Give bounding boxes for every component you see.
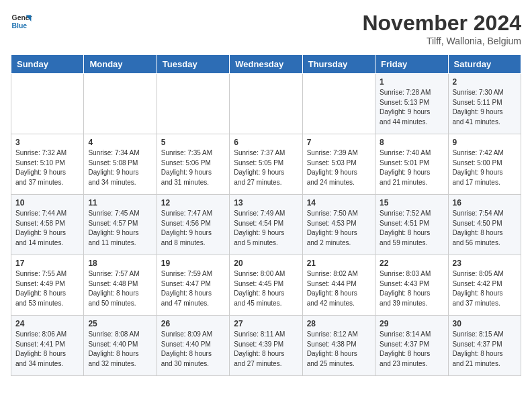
calendar-cell: 30Sunrise: 8:15 AM Sunset: 4:37 PM Dayli… [448,316,521,376]
day-number: 14 [307,198,371,208]
day-info: Sunrise: 8:11 AM Sunset: 4:39 PM Dayligh… [234,330,298,369]
day-number: 10 [15,198,79,208]
day-info: Sunrise: 7:57 AM Sunset: 4:48 PM Dayligh… [88,269,152,308]
day-info: Sunrise: 7:54 AM Sunset: 4:50 PM Dayligh… [453,209,517,248]
day-info: Sunrise: 8:03 AM Sunset: 4:43 PM Dayligh… [380,269,443,308]
week-row-2: 3Sunrise: 7:32 AM Sunset: 5:10 PM Daylig… [11,134,521,195]
calendar-cell: 16Sunrise: 7:54 AM Sunset: 4:50 PM Dayli… [448,195,521,255]
header-monday: Monday [84,55,157,74]
calendar-cell: 27Sunrise: 8:11 AM Sunset: 4:39 PM Dayli… [230,316,302,376]
day-number: 24 [15,319,79,328]
day-number: 9 [453,138,517,147]
day-number: 13 [234,198,298,208]
calendar-cell [11,74,84,134]
calendar-cell: 26Sunrise: 8:09 AM Sunset: 4:40 PM Dayli… [157,316,229,376]
calendar-cell: 20Sunrise: 8:00 AM Sunset: 4:45 PM Dayli… [230,255,302,316]
day-number: 1 [380,77,443,87]
calendar-cell: 6Sunrise: 7:37 AM Sunset: 5:05 PM Daylig… [230,134,302,195]
day-info: Sunrise: 8:15 AM Sunset: 4:37 PM Dayligh… [453,330,517,369]
header-saturday: Saturday [448,55,521,74]
calendar-cell: 14Sunrise: 7:50 AM Sunset: 4:53 PM Dayli… [302,195,375,255]
day-number: 12 [161,198,225,208]
day-info: Sunrise: 8:02 AM Sunset: 4:44 PM Dayligh… [307,269,371,308]
day-info: Sunrise: 8:09 AM Sunset: 4:40 PM Dayligh… [161,330,225,369]
day-info: Sunrise: 7:52 AM Sunset: 4:51 PM Dayligh… [380,209,443,248]
calendar-cell: 2Sunrise: 7:30 AM Sunset: 5:11 PM Daylig… [448,74,521,134]
calendar-cell: 28Sunrise: 8:12 AM Sunset: 4:38 PM Dayli… [302,316,375,376]
day-number: 16 [453,198,517,208]
calendar-cell: 11Sunrise: 7:45 AM Sunset: 4:57 PM Dayli… [84,195,157,255]
week-row-4: 17Sunrise: 7:55 AM Sunset: 4:49 PM Dayli… [11,255,521,316]
day-info: Sunrise: 7:44 AM Sunset: 4:58 PM Dayligh… [15,209,79,248]
day-info: Sunrise: 7:59 AM Sunset: 4:47 PM Dayligh… [161,269,225,308]
day-info: Sunrise: 7:32 AM Sunset: 5:10 PM Dayligh… [15,148,79,187]
title-block: November 2024 Tilff, Wallonia, Belgium [362,11,521,46]
day-number: 19 [161,259,225,268]
day-number: 21 [307,259,371,268]
calendar-cell: 5Sunrise: 7:35 AM Sunset: 5:06 PM Daylig… [157,134,229,195]
calendar-cell: 8Sunrise: 7:40 AM Sunset: 5:01 PM Daylig… [375,134,448,195]
day-number: 2 [453,77,517,87]
calendar-cell: 29Sunrise: 8:14 AM Sunset: 4:37 PM Dayli… [375,316,448,376]
header-friday: Friday [375,55,448,74]
day-info: Sunrise: 7:30 AM Sunset: 5:11 PM Dayligh… [453,88,517,127]
header-tuesday: Tuesday [157,55,229,74]
calendar-cell [84,74,157,134]
day-number: 22 [380,259,443,268]
day-info: Sunrise: 8:08 AM Sunset: 4:40 PM Dayligh… [88,330,152,369]
day-number: 30 [453,319,517,328]
calendar-cell: 13Sunrise: 7:49 AM Sunset: 4:54 PM Dayli… [230,195,302,255]
day-number: 27 [234,319,298,328]
day-number: 3 [15,138,79,147]
day-info: Sunrise: 7:39 AM Sunset: 5:03 PM Dayligh… [307,148,371,187]
week-row-5: 24Sunrise: 8:06 AM Sunset: 4:41 PM Dayli… [11,316,521,376]
day-info: Sunrise: 7:55 AM Sunset: 4:49 PM Dayligh… [15,269,79,308]
day-info: Sunrise: 7:28 AM Sunset: 5:13 PM Dayligh… [380,88,443,127]
header-wednesday: Wednesday [230,55,302,74]
location-subtitle: Tilff, Wallonia, Belgium [362,36,521,46]
calendar-cell: 22Sunrise: 8:03 AM Sunset: 4:43 PM Dayli… [375,255,448,316]
logo: General Blue [11,11,32,32]
calendar-cell: 19Sunrise: 7:59 AM Sunset: 4:47 PM Dayli… [157,255,229,316]
day-info: Sunrise: 7:40 AM Sunset: 5:01 PM Dayligh… [380,148,443,187]
day-info: Sunrise: 7:47 AM Sunset: 4:56 PM Dayligh… [161,209,225,248]
calendar-cell: 12Sunrise: 7:47 AM Sunset: 4:56 PM Dayli… [157,195,229,255]
calendar-cell: 15Sunrise: 7:52 AM Sunset: 4:51 PM Dayli… [375,195,448,255]
day-number: 17 [15,259,79,268]
calendar-cell: 23Sunrise: 8:05 AM Sunset: 4:42 PM Dayli… [448,255,521,316]
calendar-cell: 21Sunrise: 8:02 AM Sunset: 4:44 PM Dayli… [302,255,375,316]
header-sunday: Sunday [11,55,84,74]
day-info: Sunrise: 7:50 AM Sunset: 4:53 PM Dayligh… [307,209,371,248]
calendar-cell: 1Sunrise: 7:28 AM Sunset: 5:13 PM Daylig… [375,74,448,134]
calendar-cell: 7Sunrise: 7:39 AM Sunset: 5:03 PM Daylig… [302,134,375,195]
day-number: 11 [88,198,152,208]
calendar-cell: 17Sunrise: 7:55 AM Sunset: 4:49 PM Dayli… [11,255,84,316]
calendar-cell [157,74,229,134]
week-row-3: 10Sunrise: 7:44 AM Sunset: 4:58 PM Dayli… [11,195,521,255]
day-info: Sunrise: 7:35 AM Sunset: 5:06 PM Dayligh… [161,148,225,187]
calendar-cell: 18Sunrise: 7:57 AM Sunset: 4:48 PM Dayli… [84,255,157,316]
calendar-body: 1Sunrise: 7:28 AM Sunset: 5:13 PM Daylig… [11,74,521,376]
day-number: 26 [161,319,225,328]
calendar-cell: 24Sunrise: 8:06 AM Sunset: 4:41 PM Dayli… [11,316,84,376]
week-row-1: 1Sunrise: 7:28 AM Sunset: 5:13 PM Daylig… [11,74,521,134]
header-thursday: Thursday [302,55,375,74]
day-number: 7 [307,138,371,147]
day-number: 4 [88,138,152,147]
day-info: Sunrise: 7:34 AM Sunset: 5:08 PM Dayligh… [88,148,152,187]
day-number: 28 [307,319,371,328]
day-info: Sunrise: 8:05 AM Sunset: 4:42 PM Dayligh… [453,269,517,308]
calendar-cell: 25Sunrise: 8:08 AM Sunset: 4:40 PM Dayli… [84,316,157,376]
day-info: Sunrise: 8:12 AM Sunset: 4:38 PM Dayligh… [307,330,371,369]
day-number: 5 [161,138,225,147]
day-number: 15 [380,198,443,208]
calendar-cell: 3Sunrise: 7:32 AM Sunset: 5:10 PM Daylig… [11,134,84,195]
day-number: 8 [380,138,443,147]
day-info: Sunrise: 8:06 AM Sunset: 4:41 PM Dayligh… [15,330,79,369]
day-info: Sunrise: 8:14 AM Sunset: 4:37 PM Dayligh… [380,330,443,369]
day-number: 29 [380,319,443,328]
day-info: Sunrise: 7:45 AM Sunset: 4:57 PM Dayligh… [88,209,152,248]
month-title: November 2024 [362,11,521,36]
day-number: 25 [88,319,152,328]
day-info: Sunrise: 7:49 AM Sunset: 4:54 PM Dayligh… [234,209,298,248]
